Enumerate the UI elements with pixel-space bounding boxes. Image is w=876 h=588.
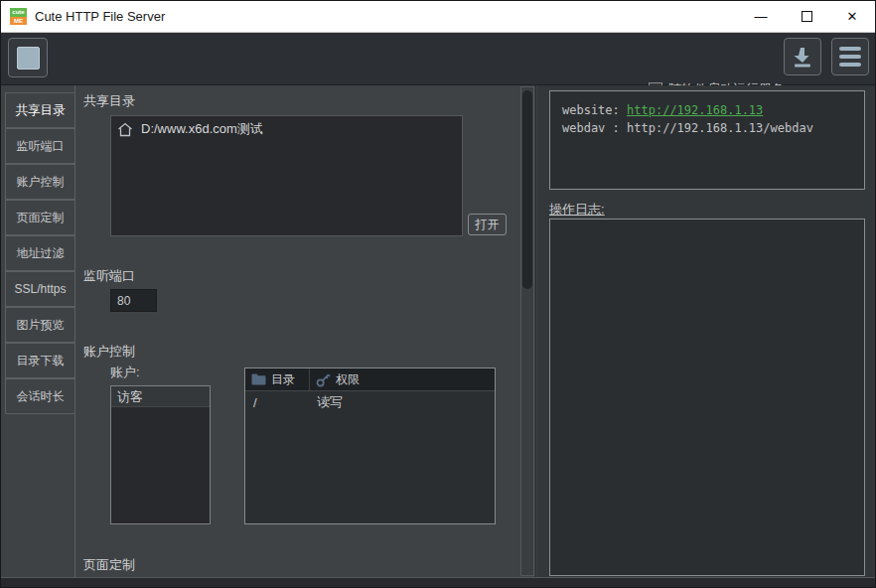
sidebar-tab-addr-filter[interactable]: 地址过滤 xyxy=(5,235,75,271)
app-window: cute ME Cute HTTP File Server — ✕ 随软件启动运… xyxy=(0,0,876,588)
webdav-line: webdav : http://192.168.1.13/webdav xyxy=(562,119,852,137)
open-button[interactable]: 打开 xyxy=(468,214,507,235)
window-bottom-strip xyxy=(1,577,875,588)
stop-server-button[interactable] xyxy=(8,38,48,77)
shared-dir-path: D:/www.x6d.com测试 xyxy=(141,120,263,138)
menu-button[interactable] xyxy=(831,38,869,75)
key-icon xyxy=(316,372,331,387)
minimize-icon: — xyxy=(755,9,768,24)
hamburger-menu-icon xyxy=(839,47,861,67)
maximize-button[interactable] xyxy=(784,1,829,32)
window-title: Cute HTTP File Server xyxy=(35,9,165,24)
sidebar-tab-img-preview[interactable]: 图片预览 xyxy=(5,307,75,343)
main-scrollbar[interactable] xyxy=(520,86,534,576)
main-scrollbar-thumb[interactable] xyxy=(522,90,532,289)
log-label: 操作日志: xyxy=(549,201,605,219)
download-icon xyxy=(791,45,814,69)
shared-dir-item[interactable]: D:/www.x6d.com测试 xyxy=(111,116,462,142)
minimize-button[interactable]: — xyxy=(738,1,784,32)
sidebar-tab-session-time[interactable]: 会话时长 xyxy=(5,378,75,414)
close-button[interactable]: ✕ xyxy=(829,1,875,32)
operation-log[interactable] xyxy=(549,219,865,576)
home-icon xyxy=(117,122,133,137)
sidebar-tab-listen-port[interactable]: 监听端口 xyxy=(5,128,75,164)
website-link[interactable]: http://192.168.1.13 xyxy=(627,103,763,117)
accounts-heading: 账户控制 xyxy=(83,343,135,361)
sidebar-tab-shared-dir[interactable]: 共享目录 xyxy=(5,92,75,128)
sidebar-tab-ssl[interactable]: SSL/https xyxy=(5,271,75,307)
webdav-label: webdav : xyxy=(562,121,627,135)
permission-row-perm: 读写 xyxy=(310,393,350,411)
account-label: 账户: xyxy=(110,364,140,381)
permissions-table: 目录 权限 / 读写 xyxy=(244,368,496,524)
permission-row[interactable]: / 读写 xyxy=(245,391,495,413)
app-icon-top-text: cute xyxy=(10,8,27,17)
folder-icon xyxy=(251,373,266,385)
port-heading: 监听端口 xyxy=(83,267,135,285)
maximize-icon xyxy=(802,11,812,22)
toolbar: 随软件启动运行服务 xyxy=(1,33,875,85)
port-input[interactable] xyxy=(110,289,157,312)
shared-dir-heading: 共享目录 xyxy=(83,92,135,110)
shared-dir-list[interactable]: D:/www.x6d.com测试 xyxy=(110,115,463,236)
account-list[interactable]: 访客 xyxy=(110,385,211,524)
titlebar: cute ME Cute HTTP File Server — ✕ xyxy=(1,1,875,33)
window-controls: — ✕ xyxy=(738,1,875,32)
webdav-url: http://192.168.1.13/webdav xyxy=(627,121,813,135)
page-custom-heading: 页面定制 xyxy=(83,556,135,574)
app-icon: cute ME xyxy=(10,8,27,25)
website-line: website: http://192.168.1.13 xyxy=(562,101,852,119)
download-button[interactable] xyxy=(784,38,821,75)
main-panel-edge xyxy=(535,85,536,577)
col-header-permission[interactable]: 权限 xyxy=(310,368,365,390)
permission-row-dir: / xyxy=(245,395,310,410)
account-list-item[interactable]: 访客 xyxy=(111,386,210,407)
sidebar-tab-page-custom[interactable]: 页面定制 xyxy=(5,200,75,235)
stop-icon xyxy=(17,47,40,70)
col-header-directory[interactable]: 目录 xyxy=(245,368,310,390)
content-area: 共享目录 监听端口 账户控制 页面定制 地址过滤 SSL/https 图片预览 … xyxy=(1,85,875,588)
sidebar-tab-dir-download[interactable]: 目录下载 xyxy=(5,343,75,378)
sidebar-tab-accounts[interactable]: 账户控制 xyxy=(5,164,75,200)
website-label: website: xyxy=(562,103,627,117)
col-header-directory-label: 目录 xyxy=(271,371,295,388)
server-info-box: website: http://192.168.1.13 webdav : ht… xyxy=(549,90,865,190)
permissions-table-header: 目录 权限 xyxy=(245,368,495,391)
close-icon: ✕ xyxy=(847,9,858,24)
col-header-permission-label: 权限 xyxy=(336,371,360,388)
app-icon-bottom-text: ME xyxy=(10,17,27,25)
